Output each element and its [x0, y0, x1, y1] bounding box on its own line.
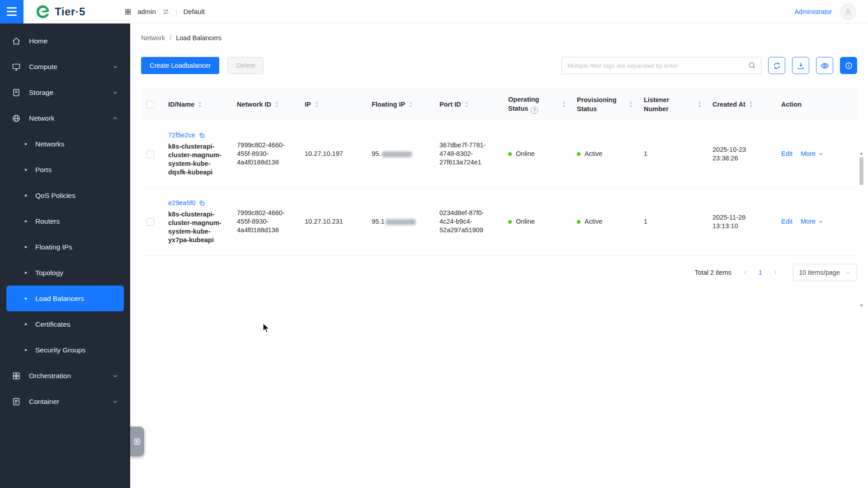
- sidebar-item-storage[interactable]: Storage: [6, 80, 124, 105]
- floating-ip-cell: 95.1: [366, 188, 434, 256]
- sort-operating-status-control[interactable]: ▲ ▼: [562, 100, 566, 108]
- topbar-divider: |: [176, 8, 178, 15]
- sidebar-item-label: Container: [29, 398, 59, 406]
- switch-project-icon[interactable]: [162, 8, 170, 16]
- status-dot-green: [508, 220, 512, 224]
- status-dot-green: [508, 152, 512, 156]
- select-all-checkbox[interactable]: [146, 101, 154, 108]
- caret-down-icon[interactable]: ▼: [629, 104, 633, 108]
- sidebar-item-certificates[interactable]: • Certificates: [6, 311, 124, 337]
- provisioning-status-badge: Active: [577, 217, 633, 226]
- sort-port-id-control[interactable]: ▲ ▼: [465, 100, 469, 108]
- more-dropdown[interactable]: More: [801, 150, 824, 158]
- copy-icon[interactable]: [198, 200, 205, 206]
- column-header-ip: IP ▲ ▼: [299, 89, 366, 120]
- sidebar-item-topology[interactable]: • Topology: [6, 260, 124, 286]
- page-number-button[interactable]: 1: [756, 269, 765, 276]
- download-icon: [797, 61, 805, 70]
- column-header-operating-status: Operating Status? ▲ ▼: [503, 89, 571, 120]
- sidebar-item-routers[interactable]: • Routers: [6, 208, 124, 234]
- bullet-icon: •: [24, 243, 35, 251]
- caret-down-icon[interactable]: ▼: [198, 104, 202, 108]
- ip-cell: 10.27.10.197: [299, 120, 366, 188]
- columns-visibility-button[interactable]: [816, 57, 833, 74]
- toolbar: Create Loadbalancer Delete: [141, 57, 857, 74]
- drawer-handle[interactable]: [130, 427, 144, 456]
- help-icon[interactable]: ?: [531, 107, 538, 114]
- caret-down-icon[interactable]: ▼: [698, 104, 702, 108]
- create-loadbalancer-button[interactable]: Create Loadbalancer: [141, 57, 219, 74]
- administrator-link[interactable]: Administrator: [795, 8, 832, 15]
- sidebar-item-home[interactable]: Home: [6, 28, 124, 54]
- loadbalancer-name: k8s-clusterapi-cluster-magnum-system-kub…: [168, 142, 226, 177]
- sidebar-item-orchestration[interactable]: Orchestration: [6, 363, 124, 389]
- download-button[interactable]: [792, 57, 809, 74]
- sort-id-name-control[interactable]: ▲ ▼: [198, 100, 202, 108]
- copy-icon[interactable]: [198, 132, 205, 139]
- scroll-up-button[interactable]: ▲: [859, 151, 863, 156]
- next-page-button[interactable]: [770, 269, 780, 276]
- storage-icon: [12, 88, 21, 97]
- sidebar-item-container[interactable]: Container: [6, 389, 124, 414]
- sidebar-item-compute[interactable]: Compute: [6, 54, 124, 80]
- page-size-select[interactable]: 10 items/page: [793, 264, 857, 281]
- search-icon[interactable]: [748, 61, 756, 70]
- caret-down-icon[interactable]: ▼: [275, 104, 279, 108]
- brand-mark-icon: [35, 4, 51, 19]
- sort-listener-number-control[interactable]: ▲ ▼: [698, 100, 702, 108]
- sort-ip-control[interactable]: ▲ ▼: [315, 100, 319, 108]
- scroll-down-button[interactable]: ▼: [859, 303, 863, 308]
- sort-created-at-control[interactable]: ▲ ▼: [749, 100, 753, 108]
- chevron-down-icon: [845, 270, 851, 276]
- caret-down-icon[interactable]: ▼: [562, 104, 566, 108]
- scrollbar-track[interactable]: [859, 156, 864, 303]
- filter-input[interactable]: [561, 57, 761, 74]
- sidebar-item-network[interactable]: Network: [6, 105, 124, 131]
- sidebar-item-ports[interactable]: • Ports: [6, 157, 124, 183]
- sidebar-item-security-groups[interactable]: • Security Groups: [6, 337, 124, 363]
- sidebar-item-label: Network: [29, 114, 55, 122]
- table-scrollbar[interactable]: ▲ ▼: [858, 151, 865, 308]
- more-dropdown[interactable]: More: [801, 217, 824, 226]
- column-header-action: Action: [776, 89, 857, 120]
- menu-toggle-button[interactable]: [0, 0, 24, 23]
- row-checkbox[interactable]: [146, 150, 154, 158]
- sidebar-item-networks[interactable]: • Networks: [6, 131, 124, 157]
- brand-logo: Tier·5: [35, 4, 85, 19]
- caret-down-icon[interactable]: ▼: [749, 104, 753, 108]
- container-icon: [12, 397, 21, 406]
- sidebar-item-label: Home: [29, 37, 47, 45]
- previous-page-button[interactable]: [741, 269, 750, 276]
- sort-network-id-control[interactable]: ▲ ▼: [275, 100, 279, 108]
- info-button[interactable]: [840, 57, 857, 74]
- sort-floating-ip-control[interactable]: ▲ ▼: [409, 100, 413, 108]
- apps-grid-icon: [124, 8, 132, 15]
- refresh-button[interactable]: [768, 57, 785, 74]
- loadbalancer-id-link[interactable]: 72f5e2ce: [168, 131, 195, 139]
- bullet-icon: •: [24, 166, 35, 174]
- delete-button[interactable]: Delete: [227, 57, 264, 74]
- redacted-floating-ip: [382, 151, 412, 157]
- caret-down-icon[interactable]: ▼: [465, 104, 469, 108]
- status-dot-green: [577, 220, 580, 224]
- caret-down-icon[interactable]: ▼: [315, 104, 319, 108]
- user-avatar[interactable]: [840, 4, 856, 20]
- filter-box: [561, 57, 761, 74]
- project-name[interactable]: admin: [137, 8, 156, 15]
- row-checkbox[interactable]: [146, 218, 154, 226]
- total-items-text: Total 2 items: [694, 269, 731, 276]
- sidebar-item-qos-policies[interactable]: • QoS Policies: [6, 183, 124, 208]
- loadbalancer-id-link[interactable]: e29ea5f0: [168, 199, 195, 206]
- column-header-provisioning-status: Provisioning Status ▲ ▼: [571, 89, 638, 120]
- edit-link[interactable]: Edit: [781, 150, 793, 157]
- breadcrumb-network[interactable]: Network: [141, 34, 165, 42]
- sort-provisioning-status-control[interactable]: ▲ ▼: [629, 100, 633, 108]
- edit-link[interactable]: Edit: [781, 218, 793, 225]
- scrollbar-thumb[interactable]: [859, 157, 863, 185]
- sidebar-item-load-balancers[interactable]: • Load Balancers: [6, 286, 124, 311]
- brand-name: Tier·5: [55, 5, 85, 18]
- home-icon: [12, 37, 21, 46]
- caret-down-icon[interactable]: ▼: [409, 104, 413, 108]
- sidebar-item-floating-ips[interactable]: • Floating IPs: [6, 234, 124, 260]
- orchestration-icon: [12, 371, 21, 380]
